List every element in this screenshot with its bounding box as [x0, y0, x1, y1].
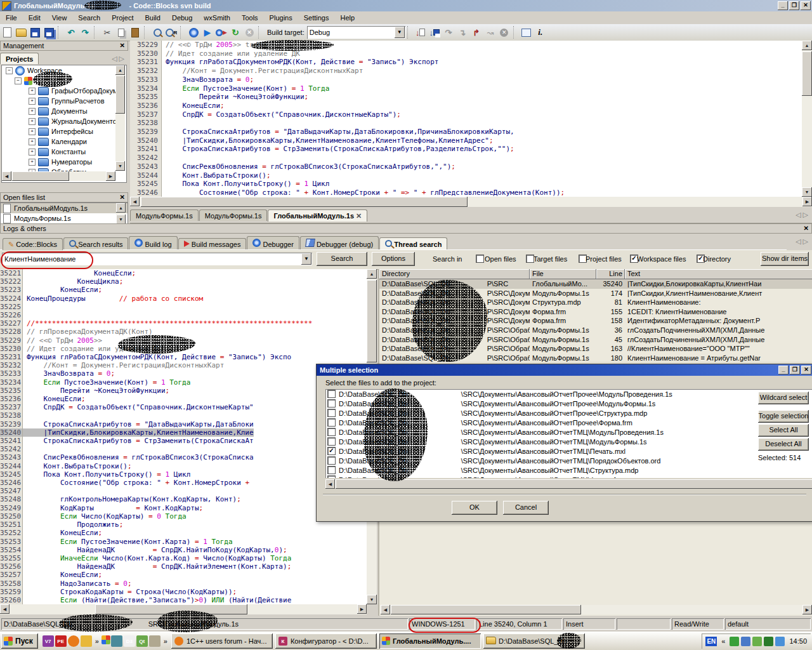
column-header-directory[interactable]: Directory — [379, 269, 530, 279]
dialog-file-item[interactable]: D:\DataBase\SQL_Db\SRC\Документы\Авансов… — [325, 456, 812, 465]
result-row[interactable]: D:\DataBase\SQL_DbP\SRC\Документы\Рег...… — [379, 307, 812, 317]
open-file-item[interactable]: ГлобальныйМодуль.1s — [1, 203, 128, 213]
result-row[interactable]: D:\DataBase\SQL_DbP\SRC\Обработки\ДИС...… — [379, 326, 812, 335]
chevron-collapse-icon[interactable]: « — [721, 637, 725, 645]
result-row[interactable]: D:\DataBase\SQL_DbP\SRC\Обработки\ДИС...… — [379, 335, 812, 345]
dialog-file-item[interactable]: D:\DataBase\SQL_Db\SRC\Документы\Авансов… — [325, 399, 812, 408]
stop-debug-icon[interactable]: ✕ — [498, 26, 511, 39]
rebuild-icon[interactable]: ↻ — [229, 26, 242, 39]
dialog-file-item[interactable]: D:\DataBase\SQL_Db\SRC\Документы\Авансов… — [325, 437, 812, 446]
result-row[interactable]: D:\DataBase\SQL_DbP\SRC\Документы\Рег...… — [379, 298, 812, 307]
menu-item-file[interactable]: File — [0, 12, 23, 23]
next-line-icon[interactable]: ↷ — [442, 26, 455, 39]
clip-icon[interactable] — [149, 635, 160, 647]
search-button[interactable]: Search — [317, 252, 367, 266]
select-all-button[interactable]: Select All — [758, 424, 809, 437]
result-row[interactable]: D:\DataBase\SQL_DbP\SRCГлобальныйМо...35… — [379, 279, 812, 289]
result-row[interactable]: D:\DataBase\SQL_DbP\SRC\Обработки\ДИС...… — [379, 354, 812, 363]
agent-icon[interactable] — [730, 637, 739, 646]
checkbox[interactable] — [327, 390, 336, 398]
options-button[interactable]: Options — [372, 252, 415, 266]
column-header-file[interactable]: File — [530, 269, 596, 279]
pe-icon[interactable]: PE — [55, 635, 67, 647]
network-icon[interactable] — [741, 637, 750, 646]
monitor-icon[interactable] — [764, 637, 773, 646]
toggle-selection-button[interactable]: Toggle selection — [758, 410, 809, 423]
new-file-icon[interactable] — [1, 26, 13, 39]
close-icon[interactable]: ✕ — [120, 194, 125, 201]
menu-item-wxsmith[interactable]: wxSmith — [198, 12, 236, 23]
cut-icon[interactable]: ✂ — [101, 26, 114, 39]
tree-item-folder[interactable]: +Календари — [2, 136, 126, 147]
close-button[interactable]: ✕ — [801, 366, 811, 375]
abort-icon[interactable]: ✕ — [243, 26, 256, 39]
dialog-file-item[interactable]: D:\DataBase\SQL_Db\SRC\Документы\Авансов… — [325, 475, 812, 478]
menu-item-build[interactable]: Build — [139, 12, 166, 23]
taskbar-window-button[interactable]: 1C++ users forum - Нач... — [171, 633, 273, 649]
menu-item-tools[interactable]: Tools — [236, 12, 264, 23]
close-icon[interactable]: ✕ — [120, 43, 125, 49]
firefox-icon[interactable] — [68, 635, 79, 647]
title-bar[interactable]: ГлобальныйМодуль.1s - Code::Blocks svn b… — [0, 0, 812, 11]
dialog-file-item[interactable]: D:\DataBase\SQL_Db\SRC\Документы\Авансов… — [325, 389, 812, 399]
menu-item-view[interactable]: View — [46, 12, 73, 23]
taskbar-window-button[interactable]: D:\DataBase\SQL_Db... — [483, 633, 585, 649]
minimize-button[interactable]: _ — [778, 1, 788, 10]
logs-tab-build-log[interactable]: Build log — [129, 236, 177, 249]
editor-tab[interactable]: ГлобальныйМодуль.1s ✕ — [268, 209, 367, 222]
tab-projects[interactable]: Projects — [0, 53, 39, 64]
search-query-combobox[interactable]: КлиентНаименование ▼ — [2, 253, 312, 265]
deselect-all-button[interactable]: Deselect All — [758, 438, 809, 451]
tree-item-folder[interactable]: +Нумераторы — [2, 157, 126, 167]
paste-icon[interactable] — [129, 26, 141, 39]
dialog-hscrollbar[interactable]: ◀▶ — [325, 479, 812, 489]
save-all-icon[interactable] — [43, 26, 55, 39]
taskbar-window-button[interactable]: ГлобальныйМодуль.... — [379, 633, 481, 649]
run-icon[interactable]: ▶ — [201, 26, 214, 39]
logs-tab-debugger[interactable]: Debugger — [247, 236, 299, 249]
compile-icon[interactable] — [187, 26, 200, 39]
editor-bottom-hscrollbar[interactable]: ◀▶ — [0, 604, 367, 614]
tree-item-project[interactable]: − — [2, 76, 126, 86]
checkbox[interactable] — [327, 399, 336, 408]
close-icon[interactable]: ✕ — [804, 225, 809, 232]
result-row[interactable]: D:\DataBase\SQL_DbP\SRC\Обработки\ДИС...… — [379, 344, 812, 354]
viewer-icon[interactable] — [111, 635, 122, 647]
logs-tab-debugger-debug-[interactable]: Debugger (debug) — [300, 236, 379, 249]
result-row[interactable]: D:\DataBase\SQL_DbP\SRC\Документы\Рег...… — [379, 316, 812, 326]
taskbar-window-button[interactable]: ККонфигуратор - < D:\D... — [275, 633, 377, 649]
results-hscrollbar[interactable]: ◀▶ — [381, 605, 812, 614]
menu-item-settings[interactable]: Settings — [298, 12, 335, 23]
logs-tab-code-blocks[interactable]: ✎ Code::Blocks — [3, 238, 63, 250]
step-into-icon[interactable]: ↴ — [456, 26, 469, 39]
undo-icon[interactable]: ↶ — [65, 26, 77, 39]
editor-tab[interactable]: МодульФормы.1s — [130, 209, 199, 221]
wildcard-select-button[interactable]: Wildcard select — [758, 392, 809, 404]
tree-item-folder[interactable]: +Документы — [2, 106, 126, 116]
replace-icon[interactable]: R — [165, 26, 178, 39]
editor-top-vscrollbar[interactable]: ▲▼ — [802, 41, 812, 197]
minimize-button[interactable]: _ — [778, 366, 789, 375]
run-to-cursor-icon[interactable]: ↓ — [428, 26, 441, 39]
open-files-scrollbar[interactable]: ▲▼ — [116, 203, 126, 224]
copy-icon[interactable] — [115, 26, 128, 39]
chevron-more-icon[interactable]: » — [95, 637, 99, 645]
close-tab-icon[interactable]: ✕ — [356, 212, 362, 220]
chevron-more-icon[interactable]: » — [164, 637, 167, 645]
debug-window-icon[interactable] — [520, 26, 533, 39]
build-run-icon[interactable]: ▶ — [215, 26, 228, 39]
open-file-icon[interactable] — [15, 26, 27, 39]
maximize-button[interactable]: ❐ — [790, 366, 800, 375]
find-icon[interactable] — [151, 26, 164, 39]
tree-item-folder[interactable]: +Интерфейсы — [2, 126, 126, 136]
browser-icon[interactable] — [775, 637, 785, 646]
qt-icon[interactable]: Qt — [136, 635, 148, 647]
tree-item-folder[interactable]: +Константы — [2, 147, 126, 157]
menu-item-debug[interactable]: Debug — [166, 12, 198, 23]
checkbox[interactable] — [327, 418, 336, 427]
open-file-item[interactable]: МодульФормы.1s — [1, 213, 128, 223]
column-header-text[interactable]: Text — [625, 269, 812, 279]
maximize-button[interactable]: ❐ — [789, 1, 799, 10]
show-dir-items-button[interactable]: Show dir items — [761, 252, 809, 266]
logs-tab-thread-search[interactable]: Thread search — [379, 237, 447, 249]
